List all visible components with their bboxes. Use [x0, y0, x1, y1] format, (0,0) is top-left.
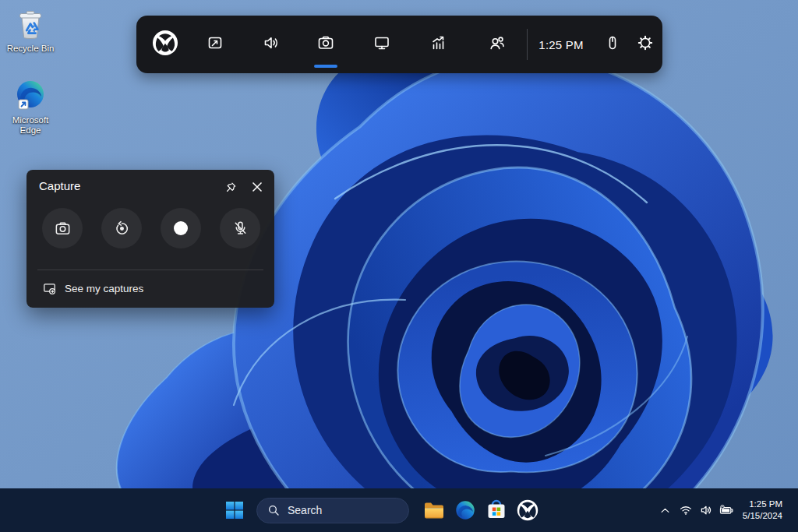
- microphone-muted-button[interactable]: [220, 208, 260, 248]
- desktop-icon-label: Microsoft Edge: [2, 115, 59, 136]
- mouse-icon: [603, 33, 622, 52]
- camera-icon: [316, 33, 335, 52]
- xbox-game-bar: 1:25 PM: [136, 16, 662, 73]
- xbox-home-button[interactable]: [150, 27, 181, 58]
- pin-widget-button[interactable]: [221, 178, 240, 196]
- widget-menu-icon: [206, 33, 224, 52]
- xbox-logo-icon: [152, 30, 178, 56]
- active-tab-underline: [314, 65, 337, 68]
- xbox-app-button[interactable]: [512, 493, 543, 527]
- audio-button[interactable]: [256, 27, 287, 58]
- capture-buttons-row: [42, 208, 260, 248]
- desktop-icon-microsoft-edge[interactable]: Microsoft Edge: [0, 78, 61, 136]
- social-widget-button[interactable]: [482, 27, 513, 58]
- file-explorer-icon: [422, 499, 446, 522]
- performance-widget-button[interactable]: [422, 27, 454, 58]
- tray-time: 1:25 PM: [743, 499, 782, 510]
- people-icon: [488, 33, 507, 52]
- gamebar-clock: 1:25 PM: [530, 16, 592, 73]
- tray-battery-button[interactable]: [716, 495, 736, 526]
- windows-logo-icon: [225, 501, 244, 520]
- gamebar-settings-button[interactable]: [630, 27, 661, 58]
- speaker-icon: [699, 503, 713, 517]
- pin-icon: [224, 181, 238, 194]
- camera-icon: [54, 220, 72, 238]
- mouse-passthrough-button[interactable]: [597, 27, 628, 58]
- edge-icon: [454, 499, 477, 522]
- file-explorer-button[interactable]: [418, 493, 450, 527]
- desktop: Recycle Bin Microsoft Edge: [0, 0, 798, 532]
- tray-date: 5/15/2024: [743, 510, 782, 522]
- tray-wifi-button[interactable]: [676, 495, 696, 526]
- recycle-bin-icon: [12, 6, 48, 42]
- desktop-icon-recycle-bin[interactable]: Recycle Bin: [0, 6, 61, 54]
- search-icon: [267, 504, 280, 516]
- see-my-captures-label: See my captures: [65, 283, 143, 294]
- mic-muted-icon: [231, 220, 249, 238]
- widget-menu-button[interactable]: [200, 27, 231, 58]
- xbox-app-icon: [516, 499, 539, 522]
- performance-chart-icon: [429, 33, 447, 52]
- tray-clock[interactable]: 1:25 PM 5/15/2024: [743, 499, 782, 522]
- record-icon: [174, 221, 188, 235]
- capture-widget-divider: [37, 270, 263, 270]
- speaker-icon: [262, 33, 281, 52]
- capture-widget: Capture: [26, 170, 274, 308]
- edge-button[interactable]: [450, 493, 481, 527]
- record-last-30s-icon: [113, 220, 131, 238]
- taskbar-search-box[interactable]: Search: [256, 498, 409, 523]
- captures-gallery-icon: [42, 281, 57, 296]
- capture-widget-title: Capture: [39, 179, 80, 192]
- record-last-30-seconds-button[interactable]: [101, 208, 142, 248]
- battery-icon: [719, 502, 734, 518]
- close-icon: [251, 181, 263, 193]
- gear-icon: [636, 33, 655, 52]
- chevron-up-icon: [659, 505, 671, 516]
- wifi-icon: [679, 503, 693, 517]
- taskbar-center-apps: Search: [221, 488, 543, 532]
- taskbar: Search: [0, 488, 798, 532]
- start-recording-button[interactable]: [161, 208, 201, 248]
- monitor-widget-button[interactable]: [366, 27, 397, 58]
- tray-volume-button[interactable]: [696, 495, 716, 526]
- tray-chevron-button[interactable]: [655, 495, 676, 526]
- gamebar-divider: [527, 29, 528, 60]
- desktop-icon-label: Recycle Bin: [7, 44, 55, 54]
- take-screenshot-button[interactable]: [42, 208, 83, 248]
- search-placeholder: Search: [288, 504, 322, 516]
- capture-button[interactable]: [310, 27, 341, 58]
- see-my-captures-link[interactable]: See my captures: [42, 281, 143, 296]
- monitor-icon: [373, 33, 391, 52]
- start-button[interactable]: [221, 493, 249, 527]
- microsoft-store-button[interactable]: [481, 493, 512, 527]
- close-widget-button[interactable]: [248, 178, 267, 196]
- microsoft-store-icon: [485, 499, 508, 522]
- system-tray: 1:25 PM 5/15/2024: [655, 488, 798, 532]
- edge-icon: [12, 78, 48, 114]
